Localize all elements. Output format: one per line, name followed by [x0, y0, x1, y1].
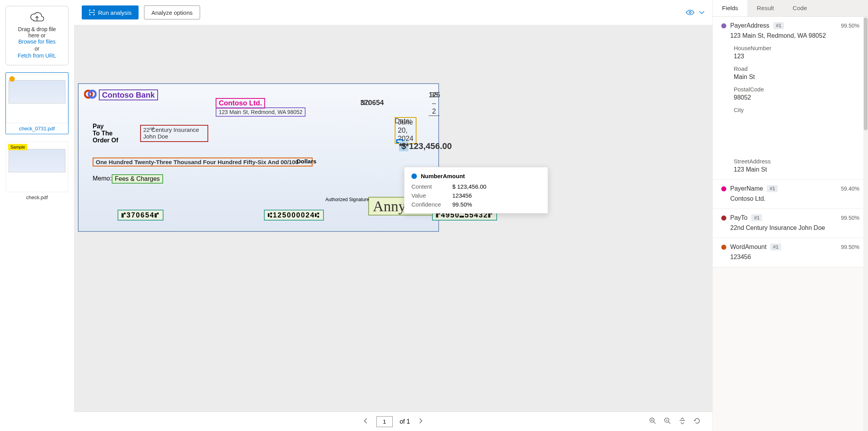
magenta-dot-icon — [721, 186, 726, 191]
payer-name-field: Contoso Ltd. — [216, 98, 265, 109]
thumbnail-label: check.pdf — [6, 192, 68, 203]
thumbnail-check-0731[interactable]: check_0731.pdf — [5, 72, 69, 134]
analyze-options-button[interactable]: Analyze options — [144, 5, 200, 19]
orange-dot-icon — [721, 245, 726, 250]
status-dot-icon — [9, 76, 15, 82]
prev-page-button[interactable] — [362, 416, 369, 427]
dropzone-text: Drag & drop file — [10, 26, 64, 32]
zoom-in-icon[interactable] — [649, 417, 656, 426]
zoom-out-icon[interactable] — [664, 417, 671, 426]
cloud-upload-icon — [10, 12, 64, 24]
memo-label: Memo: — [93, 175, 112, 182]
scrollbar-track[interactable] — [863, 17, 868, 431]
run-analysis-button[interactable]: Run analysis — [82, 5, 139, 19]
tab-result[interactable]: Result — [747, 0, 783, 16]
fit-screen-icon[interactable] — [679, 417, 686, 426]
eye-icon[interactable] — [686, 9, 694, 16]
bank-name-field: Contoso Bank — [99, 89, 158, 100]
field-pay-to[interactable]: PayTo#199.50% 22nd Century Insurance Joh… — [713, 209, 868, 238]
thumbnail-label: check_0731.pdf — [6, 123, 68, 134]
payer-address-field: 123 Main St, Redmond, WA 98052 — [216, 107, 306, 117]
analyze-button-label: Analyze options — [151, 9, 193, 16]
sample-badge: Sample — [8, 144, 27, 150]
blue-dot-icon — [411, 173, 417, 179]
rotate-icon[interactable] — [694, 417, 701, 426]
dropzone-text2: here or — [10, 32, 64, 39]
word-amount-field: One Hundred Twenty-Three Thousand Four H… — [93, 158, 313, 166]
purple-dot-icon — [721, 23, 726, 28]
tooltip-title: NumberAmount — [421, 173, 465, 179]
field-word-amount[interactable]: WordAmount#199.50% 123456 — [713, 238, 868, 267]
page-input[interactable] — [376, 416, 393, 427]
chevron-down-icon[interactable] — [699, 11, 705, 14]
result-tabs: Fields Result Code — [713, 0, 868, 17]
tab-code[interactable]: Code — [783, 0, 816, 16]
dollars-label: Dollars — [297, 158, 316, 165]
thumbnail-check-sample[interactable]: Sample check.pdf — [5, 141, 69, 203]
memo-field: Fees & Charges — [112, 174, 163, 184]
field-payer-name[interactable]: PayerName#159.40% Contoso Ltd. — [713, 180, 868, 209]
red-dot-icon — [721, 216, 726, 221]
run-button-label: Run analysis — [98, 9, 132, 16]
micr-checkno: ⑈370654⑈ — [118, 210, 163, 221]
micr-routing: ⑆125000024⑆ — [264, 210, 324, 221]
scrollbar-thumb[interactable] — [864, 18, 868, 130]
number-amount-field[interactable]: $***123,456.00 — [396, 139, 403, 143]
tab-fields[interactable]: Fields — [713, 0, 747, 16]
page-total: of 1 — [400, 418, 410, 425]
svg-point-0 — [689, 12, 691, 14]
micr-line: ⑈370654⑈ ⑆125000024⑆ ⑈4950⑉55432⑈ — [118, 211, 403, 222]
field-payer-address[interactable]: PayerAddress#199.50% 123 Main St, Redmon… — [713, 17, 868, 180]
check-document: Contoso Bank Contoso Ltd. 123 Main St, R… — [78, 83, 439, 232]
or-text: or — [10, 46, 64, 52]
browse-link[interactable]: Browse for files — [10, 39, 64, 45]
payto-label: Pay To The Order Of — [93, 123, 124, 144]
file-dropzone[interactable]: Drag & drop file here or Browse for file… — [5, 6, 69, 65]
payto-field: 22nd Century InsuranceJohn Doe — [140, 125, 208, 142]
next-page-button[interactable] — [417, 416, 425, 427]
scan-icon — [89, 9, 95, 16]
field-tooltip: NumberAmount Content$ 123,456.00 Value12… — [404, 167, 548, 214]
fetch-url-link[interactable]: Fetch from URL — [10, 53, 64, 59]
